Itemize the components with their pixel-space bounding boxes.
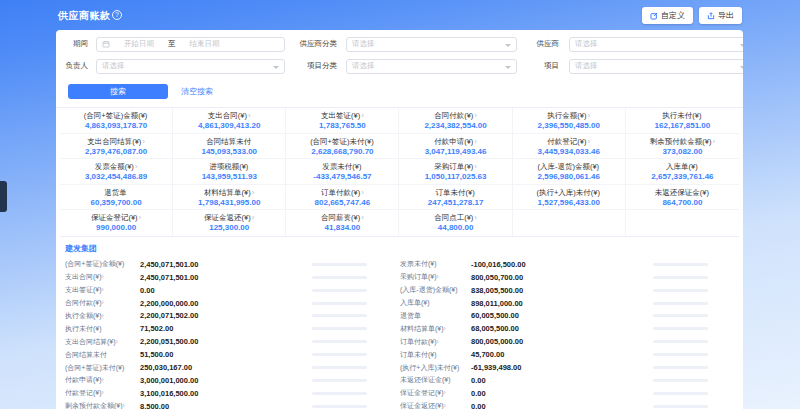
period-label: 期间	[56, 39, 88, 49]
metric-row[interactable]: 未返还保证金(¥) 0.00	[400, 374, 708, 387]
stat-cell[interactable]: 剩余预付款金额(¥)› 373,082.00	[626, 134, 739, 160]
metric-value: 0.00	[140, 286, 312, 295]
stat-cell[interactable]: 合同结算未付 145,093,533.00	[173, 134, 286, 160]
stat-cell[interactable]: 支出合同结算(¥)› 2,379,476,087.00	[60, 134, 173, 160]
metric-bar-track	[312, 276, 367, 279]
stat-cell[interactable]: 合同薪资(¥)› 41,834.00	[286, 210, 399, 236]
stat-cell[interactable]: 材料结算单(¥)› 1,798,431,995.00	[173, 185, 286, 211]
metric-value: 250,030,167.00	[140, 363, 312, 372]
stat-cell[interactable]: 支出签证(¥)› 1,783,765.50	[286, 108, 399, 134]
clear-search-link[interactable]: 清空搜索	[181, 86, 213, 97]
stat-cell[interactable]: (合同+签证)金额(¥) 4,863,093,178.70	[60, 108, 173, 134]
metric-row[interactable]: 订单付款(¥)› 800,005,000.00	[400, 335, 708, 348]
export-button[interactable]: 导出	[699, 7, 742, 24]
export-icon	[707, 12, 715, 20]
drill-arrow-icon: ›	[252, 213, 255, 222]
metric-row[interactable]: (执行+入库)未付(¥) -61,939,498.00	[400, 361, 708, 374]
metric-value: -61,939,498.00	[471, 363, 653, 372]
stat-cell[interactable]: 付款登记(¥)› 3,445,934,033.46	[513, 134, 626, 160]
metric-row[interactable]: 付款登记(¥)› 3,100,016,500.00	[65, 387, 367, 400]
help-icon[interactable]: ?	[112, 10, 122, 20]
metric-row[interactable]: 入库单(¥) 898,011,000.00	[400, 297, 708, 310]
metric-row[interactable]: 合同结算未付 51,500.00	[65, 348, 367, 361]
stat-cell[interactable]: 退货单 60,359,700.00	[60, 185, 173, 211]
stat-cell[interactable]	[626, 210, 739, 236]
stat-cell[interactable]: 保证金返还(¥)› 125,300.00	[173, 210, 286, 236]
metric-row[interactable]: 执行未付(¥) 71,502.00	[65, 322, 367, 335]
stat-cell[interactable]: 发票金额(¥)› 3,032,454,486.89	[60, 159, 173, 185]
metric-label: 合同结算未付	[65, 351, 107, 358]
stat-cell[interactable]: 进项税额(¥) 143,959,511.93	[173, 159, 286, 185]
metric-list-right: 发票未付(¥) -100,016,500.00 采购订单(¥)› 800,050…	[400, 258, 708, 409]
stat-cell[interactable]: 未返还保证金(¥) 864,700.00	[626, 185, 739, 211]
end-date-placeholder: 结束日期	[190, 39, 220, 49]
metric-row[interactable]: 退货单 60,005,500.00	[400, 310, 708, 323]
supplier-category-select[interactable]: 请选择	[346, 37, 517, 52]
stat-cell[interactable]: (执行+入库)未付(¥) 1,527,596,433.00	[513, 185, 626, 211]
stat-cell[interactable]: 订单未付(¥) 247,451,278.17	[399, 185, 512, 211]
stat-value: 990,000.00	[60, 222, 172, 233]
stat-cell[interactable]: 订单付款(¥)› 802,665,747.46	[286, 185, 399, 211]
stat-cell[interactable]: 入库单(¥) 2,657,339,761.46	[626, 159, 739, 185]
group-title[interactable]: 建发集团	[65, 243, 743, 254]
metric-bar-track	[312, 302, 367, 305]
stat-cell[interactable]: 保证金登记(¥)› 990,000.00	[60, 210, 173, 236]
stat-label: (合同+签证)金额(¥)	[84, 111, 148, 120]
owner-select[interactable]: 请选择	[96, 59, 285, 74]
metric-row[interactable]: (入库-退货)金额(¥) 838,005,500.00	[400, 284, 708, 297]
metric-row[interactable]: 发票未付(¥) -100,016,500.00	[400, 258, 708, 271]
drill-arrow-icon: ›	[444, 389, 446, 396]
metric-row[interactable]: 剩余预付款金额(¥)› 8,500.00	[65, 400, 367, 409]
placeholder: 请选择	[575, 61, 598, 71]
stat-value: 145,093,533.00	[173, 146, 285, 157]
filter-bar: 期间 开始日期 至 结束日期 供应商分类 请选择 供应商 请选择 负责人 请选择	[56, 30, 743, 108]
customize-button[interactable]: 自定义	[642, 7, 693, 24]
metric-row[interactable]: 保证金登记(¥)› 0.00	[400, 387, 708, 400]
metric-row[interactable]: 支出签证(¥)› 0.00	[65, 284, 367, 297]
stat-cell[interactable]: 合同付款(¥)› 2,234,382,554.00	[399, 108, 512, 134]
drill-arrow-icon: ›	[135, 162, 138, 171]
stat-cell[interactable]: 付款申请(¥)› 3,047,119,493.46	[399, 134, 512, 160]
metric-row[interactable]: 订单未付(¥) 45,700.00	[400, 348, 708, 361]
project-category-select[interactable]: 请选择	[346, 59, 517, 74]
metric-row[interactable]: 付款申请(¥)› 3,000,001,000.00	[65, 374, 367, 387]
metric-label: (执行+入库)未付(¥)	[400, 364, 459, 371]
metric-row[interactable]: 执行金额(¥)› 2,200,071,502.00	[65, 310, 367, 323]
stat-cell[interactable]: 采购订单(¥)› 1,050,117,025.63	[399, 159, 512, 185]
stat-cell[interactable]: (合同+签证)未付(¥) 2,628,668,790.70	[286, 134, 399, 160]
metric-row[interactable]: 材料结算单(¥)› 68,005,500.00	[400, 322, 708, 335]
metric-row[interactable]: 合同付款(¥)› 2,200,000,000.00	[65, 297, 367, 310]
date-range-input[interactable]: 开始日期 至 结束日期	[96, 37, 285, 52]
stat-cell[interactable]: (入库-退货)金额(¥) 2,596,980,061.46	[513, 159, 626, 185]
search-button[interactable]: 搜索	[68, 84, 168, 99]
stat-label: (执行+入库)未付(¥)	[536, 188, 600, 197]
metric-row[interactable]: 采购订单(¥)› 800,050,700.00	[400, 271, 708, 284]
stat-cell[interactable]: 执行未付(¥) 162,167,851.00	[626, 108, 739, 134]
metric-value: 3,100,016,500.00	[140, 389, 312, 398]
page-title: 供应商账款	[58, 9, 111, 23]
metric-row[interactable]: (合同+签证)金额(¥) 2,450,071,501.00	[65, 258, 367, 271]
stat-cell[interactable]: 执行金额(¥)› 2,396,550,485.00	[513, 108, 626, 134]
supplier-select[interactable]: 请选择	[569, 37, 743, 52]
metric-row[interactable]: (合同+签证)未付(¥) 250,030,167.00	[65, 361, 367, 374]
metric-bar-track	[312, 263, 367, 266]
sidebar-collapse-handle[interactable]	[0, 181, 7, 212]
stat-value: 4,863,093,178.70	[60, 120, 172, 131]
metric-value: 800,050,700.00	[471, 273, 653, 282]
metric-label: 退货单	[400, 312, 421, 319]
stat-cell[interactable]: 发票未付(¥) -433,479,546.57	[286, 159, 399, 185]
metric-label: (入库-退货)金额(¥)	[400, 286, 458, 293]
metric-value: 60,005,500.00	[471, 311, 653, 320]
stat-cell[interactable]	[513, 210, 626, 236]
metric-value: 0.00	[471, 389, 653, 398]
metric-row[interactable]: 保证金返还(¥)› 0.00	[400, 400, 708, 409]
stat-value: 373,082.00	[626, 146, 739, 157]
metric-row[interactable]: 支出合同(¥)› 2,450,071,501.00	[65, 271, 367, 284]
placeholder: 请选择	[352, 39, 375, 49]
stat-cell[interactable]: 合同点工(¥)› 44,800.00	[399, 210, 512, 236]
stat-cell[interactable]: 支出合同(¥)› 4,861,309,413.20	[173, 108, 286, 134]
project-select[interactable]: 请选择	[569, 59, 743, 74]
stat-label: 付款登记(¥)	[547, 137, 586, 146]
drill-arrow-icon: ›	[361, 213, 364, 222]
metric-row[interactable]: 支出合同结算(¥)› 2,200,051,500.00	[65, 335, 367, 348]
